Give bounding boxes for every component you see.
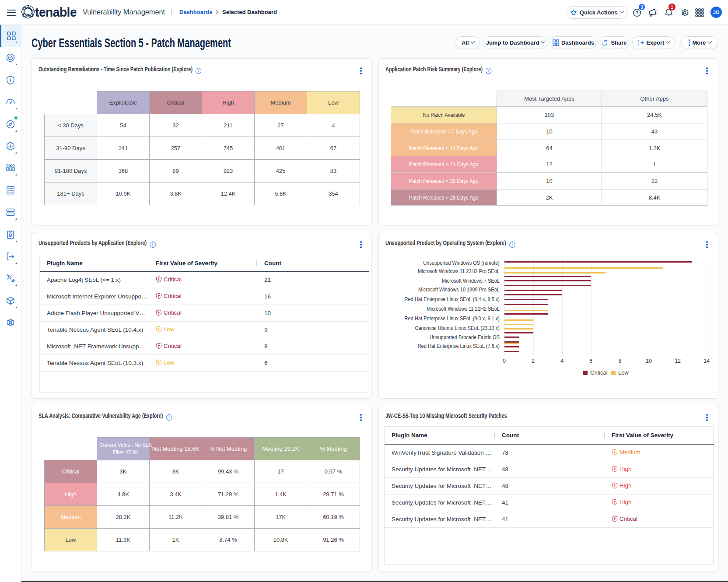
svg-text:?: ? [636, 10, 639, 15]
